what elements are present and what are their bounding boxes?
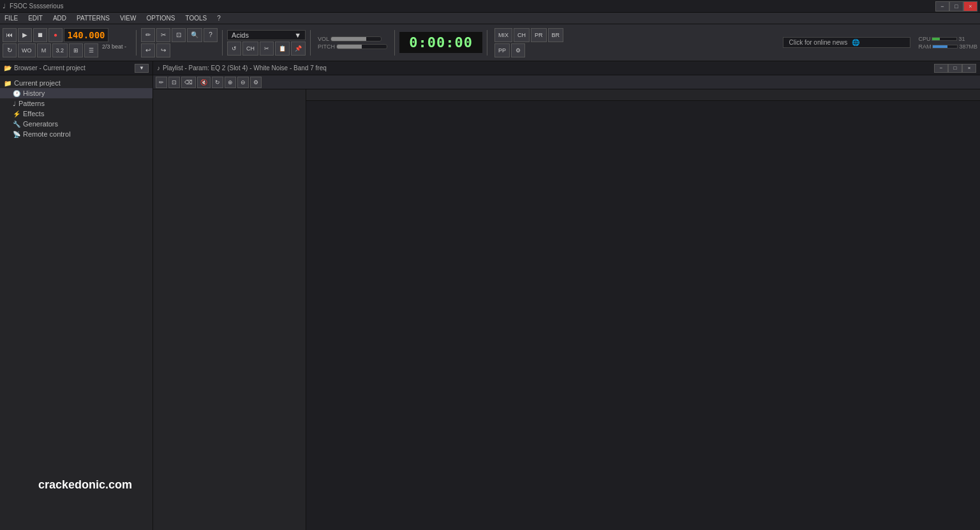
news-icon: 🌐: [852, 39, 859, 46]
browser-collapse[interactable]: ▼: [135, 64, 149, 73]
maximize-button[interactable]: □: [949, 1, 963, 11]
tree-item-generators[interactable]: 🔧Generators: [0, 119, 152, 129]
close-button[interactable]: ×: [963, 1, 977, 11]
pl-zoom-in[interactable]: ⊕: [225, 77, 236, 88]
cpu-meter: [932, 37, 957, 41]
tree-icon: ♩: [13, 100, 16, 107]
playlist-maximize[interactable]: □: [948, 64, 962, 73]
main-layout: 📂 Browser - Current project ▼ 📁Current p…: [0, 61, 980, 530]
paste-btn[interactable]: 📌: [291, 42, 306, 56]
tree-item-effects[interactable]: ⚡Effects: [0, 109, 152, 119]
browser-button[interactable]: BR: [548, 28, 564, 42]
track-list: [153, 89, 306, 530]
bpm-display[interactable]: 140.000: [64, 28, 108, 42]
redo-button[interactable]: ↪: [156, 43, 170, 57]
tree-icon: 🕐: [13, 90, 20, 97]
minimize-button[interactable]: −: [935, 1, 949, 11]
browser-header: 📂 Browser - Current project ▼: [0, 61, 152, 75]
help-btn[interactable]: ?: [204, 28, 218, 42]
piano-roll-button[interactable]: PR: [531, 28, 547, 42]
pl-erase[interactable]: ⌫: [181, 77, 196, 88]
browser-icon: 📂: [4, 64, 11, 72]
plugin-picker-button[interactable]: PP: [494, 43, 510, 57]
preset-name: Acids: [232, 31, 249, 39]
tree-item-history[interactable]: 🕐History: [0, 88, 152, 98]
channel-rack-button[interactable]: CH: [514, 28, 530, 42]
menu-view[interactable]: VIEW: [118, 15, 138, 22]
menu-file[interactable]: FILE: [3, 15, 20, 22]
title-bar: ♩ FSOC Ssssserious − □ ×: [0, 0, 980, 13]
menu-edit[interactable]: EDIT: [26, 15, 45, 22]
cpu-label: CPU: [918, 36, 930, 42]
playlist-title: Playlist - Param: EQ 2 (Slot 4) - White …: [163, 64, 327, 72]
toolbar: ⏮ ▶ ⏹ ● 140.000 ↻ WO M 3.2 ⊞ ☰ 2/3 beat …: [0, 24, 980, 61]
tree-item-remote-control[interactable]: 📡Remote control: [0, 129, 152, 139]
rewind-button[interactable]: ⏮: [3, 28, 17, 42]
ram-label: RAM: [918, 43, 931, 50]
menu-bar: FILE EDIT ADD PATTERNS VIEW OPTIONS TOOL…: [0, 13, 980, 24]
draw-button[interactable]: ✏: [141, 28, 155, 42]
mode-button[interactable]: WO: [18, 43, 36, 57]
cut-btn[interactable]: ✂: [260, 42, 274, 56]
playlist-minimize[interactable]: −: [934, 64, 948, 73]
tree-item-label: Current project: [14, 79, 61, 87]
channel-btn[interactable]: CH: [242, 42, 258, 56]
tree-item-label: Effects: [23, 110, 44, 117]
loop-button[interactable]: ↻: [3, 43, 17, 57]
preset-selector[interactable]: Acids ▼: [227, 30, 306, 40]
preset-dropdown-icon: ▼: [294, 31, 301, 39]
mix-button[interactable]: ☰: [84, 43, 98, 57]
menu-options[interactable]: OPTIONS: [144, 15, 177, 22]
record-button[interactable]: ●: [48, 28, 63, 42]
tree-icon: ⚡: [13, 110, 20, 117]
playlist-area: ♪ Playlist - Param: EQ 2 (Slot 4) - Whit…: [153, 61, 980, 530]
copy-btn[interactable]: 📋: [275, 42, 290, 56]
time-display: 0:00:00: [399, 32, 482, 53]
news-text: Click for online news: [789, 39, 847, 46]
knob-reset[interactable]: ↺: [227, 42, 241, 56]
news-ticker[interactable]: Click for online news 🌐: [783, 37, 910, 48]
select-button[interactable]: ⊡: [172, 28, 186, 42]
menu-tools[interactable]: TOOLS: [183, 15, 209, 22]
beat-label: 2/3 beat -: [100, 43, 129, 57]
tree-item-current-project[interactable]: 📁Current project: [0, 78, 152, 88]
tree-item-label: Generators: [23, 120, 58, 128]
pl-loop[interactable]: ↻: [212, 77, 223, 88]
pl-zoom-out[interactable]: ⊖: [237, 77, 249, 88]
browser-tree: 📁Current project🕐History♩Patterns⚡Effect…: [0, 75, 152, 142]
settings-button[interactable]: ⚙: [511, 43, 525, 57]
tree-item-patterns[interactable]: ♩Patterns: [0, 98, 152, 109]
tree-item-label: Remote control: [23, 130, 71, 138]
pl-settings[interactable]: ⚙: [250, 77, 262, 88]
master-pitch-label: PITCH: [318, 43, 335, 50]
play-button[interactable]: ▶: [18, 28, 32, 42]
playlist-content: [153, 89, 980, 530]
playlist-icon: ♪: [157, 64, 160, 72]
menu-patterns[interactable]: PATTERNS: [75, 15, 112, 22]
pl-draw[interactable]: ✏: [156, 77, 167, 88]
metro-button[interactable]: M: [37, 43, 51, 57]
menu-add[interactable]: ADD: [51, 15, 68, 22]
tempo-button[interactable]: 3.2: [52, 43, 68, 57]
master-pitch-slider[interactable]: [336, 44, 387, 49]
stop-button[interactable]: ⏹: [33, 28, 47, 42]
browser-title: Browser - Current project: [14, 64, 85, 72]
mixer-button[interactable]: MIX: [494, 28, 512, 42]
menu-help[interactable]: ?: [215, 15, 223, 22]
playlist-close[interactable]: ×: [962, 64, 976, 73]
undo-button[interactable]: ↩: [141, 43, 155, 57]
tree-item-label: Patterns: [19, 100, 45, 107]
tree-icon: 🔧: [13, 121, 20, 128]
erase-button[interactable]: ✂: [156, 28, 170, 42]
master-vol-slider[interactable]: [330, 36, 382, 42]
tree-icon: 📁: [4, 80, 11, 87]
pl-mute[interactable]: 🔇: [197, 77, 211, 88]
snap-button[interactable]: ⊞: [69, 43, 83, 57]
master-vol-label: VOL: [318, 36, 329, 42]
pl-select[interactable]: ⊡: [168, 77, 180, 88]
app-icon: ♩: [3, 3, 6, 10]
zoom-button[interactable]: 🔍: [187, 28, 202, 42]
left-panel: 📂 Browser - Current project ▼ 📁Current p…: [0, 61, 153, 530]
tree-item-label: History: [23, 89, 45, 97]
timeline-area[interactable]: [306, 89, 980, 530]
